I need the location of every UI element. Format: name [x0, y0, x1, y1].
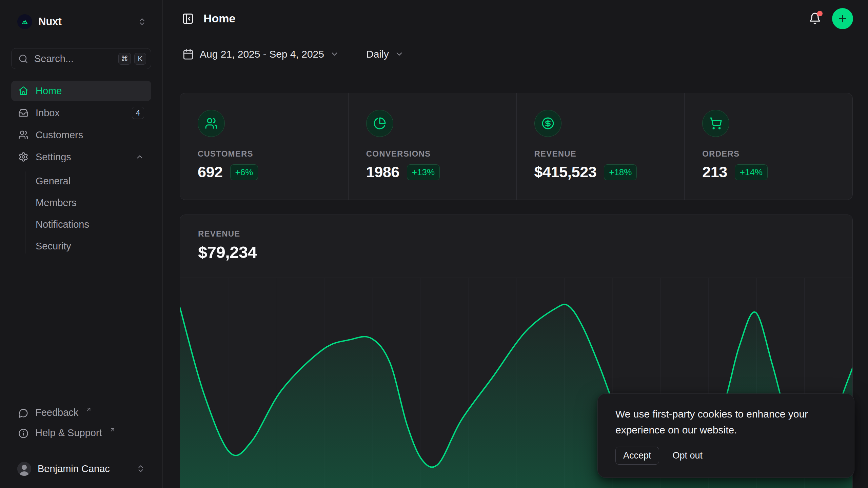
nuxt-logo-icon [17, 14, 32, 29]
arrow-up-right-icon [85, 406, 92, 413]
sidebar-item-label: Feedback [35, 407, 78, 418]
user-avatar [17, 462, 31, 476]
user-name: Benjamin Canac [38, 463, 110, 474]
sidebar-item-home[interactable]: Home [11, 81, 151, 101]
sidebar-nav: Home Inbox 4 Customers Settings [11, 81, 151, 257]
stat-card-customers[interactable]: CUSTOMERS 692 +6% [180, 93, 348, 200]
page-title: Home [203, 12, 235, 25]
chart-header: REVENUE $79,234 [180, 215, 852, 262]
shopping-cart-icon [702, 110, 729, 137]
app-window: Nuxt ⌘ K Home Inbo [0, 0, 868, 488]
info-icon [18, 428, 28, 439]
workspace-switcher[interactable]: Nuxt [11, 13, 151, 30]
kbd-k: K [134, 53, 146, 65]
sidebar-collapse-button[interactable] [180, 11, 196, 27]
sidebar-item-label: Home [36, 85, 62, 97]
stat-value: 692 [198, 163, 223, 181]
sidebar-divider [0, 452, 162, 452]
stat-label: CONVERSIONS [366, 149, 499, 159]
chevrons-up-down-icon [138, 17, 146, 26]
cookie-actions: Accept Opt out [615, 447, 836, 465]
stat-card-revenue[interactable]: REVENUE $415,523 +18% [516, 93, 685, 200]
stat-delta-badge: +13% [407, 164, 440, 180]
sidebar-item-inbox[interactable]: Inbox 4 [11, 103, 151, 123]
period-label: Daily [366, 48, 389, 60]
plus-icon [837, 13, 848, 24]
sidebar-item-label: Inbox [36, 107, 60, 119]
stat-label: REVENUE [534, 149, 667, 159]
stat-card-conversions[interactable]: CONVERSIONS 1986 +13% [348, 93, 516, 200]
stat-label: ORDERS [702, 149, 835, 159]
stat-delta-badge: +18% [604, 164, 637, 180]
arrow-up-right-icon [109, 427, 116, 433]
users-icon [18, 130, 28, 140]
filters-toolbar: Aug 21, 2025 - Sep 4, 2025 Daily [163, 37, 868, 71]
stats-row: CUSTOMERS 692 +6% CONVERSIONS 1986 +13% [180, 93, 853, 200]
settings-subnav: General Members Notifications Security [11, 170, 151, 257]
cookie-banner: We use first-party cookies to enhance yo… [597, 393, 854, 478]
sidebar-subitem-security[interactable]: Security [36, 235, 151, 257]
search-input-wrapper[interactable]: ⌘ K [11, 48, 151, 69]
gear-icon [18, 152, 28, 162]
inbox-count-badge: 4 [132, 107, 144, 119]
stat-value: 213 [702, 163, 727, 181]
chart-label: REVENUE [198, 229, 834, 239]
user-menu[interactable]: Benjamin Canac [11, 458, 151, 480]
stat-delta-badge: +14% [735, 164, 768, 180]
sidebar-item-feedback[interactable]: Feedback [11, 405, 151, 423]
sidebar-spacer [11, 257, 151, 405]
sidebar-subitem-general[interactable]: General [36, 170, 151, 192]
chart-total-value: $79,234 [198, 243, 834, 262]
sidebar-subitem-notifications[interactable]: Notifications [36, 214, 151, 235]
sidebar-item-customers[interactable]: Customers [11, 125, 151, 145]
sidebar: Nuxt ⌘ K Home Inbo [0, 0, 163, 488]
stat-delta-badge: +6% [230, 164, 258, 180]
sidebar-item-label: Help & Support [35, 427, 102, 439]
stat-value: 1986 [366, 163, 399, 181]
top-header: Home [163, 0, 868, 37]
sidebar-footer: Feedback Help & Support [11, 405, 151, 444]
search-input[interactable] [34, 53, 112, 64]
header-actions [807, 8, 853, 29]
chevron-down-icon [330, 49, 339, 59]
brand-name: Nuxt [38, 16, 62, 28]
accept-button[interactable]: Accept [615, 447, 659, 465]
sidebar-item-settings[interactable]: Settings [11, 147, 151, 167]
kbd-meta: ⌘ [118, 53, 131, 65]
chevrons-up-down-icon [136, 464, 145, 473]
date-range-picker[interactable]: Aug 21, 2025 - Sep 4, 2025 [180, 45, 342, 63]
date-range-label: Aug 21, 2025 - Sep 4, 2025 [200, 48, 324, 60]
stat-card-orders[interactable]: ORDERS 213 +14% [684, 93, 852, 200]
opt-out-button[interactable]: Opt out [672, 447, 704, 464]
notifications-button[interactable] [807, 10, 823, 27]
chart-pie-icon [366, 110, 393, 137]
sidebar-item-label: Customers [36, 129, 83, 141]
sidebar-item-help-support[interactable]: Help & Support [11, 425, 151, 444]
users-icon [198, 110, 225, 137]
message-circle-icon [18, 408, 28, 418]
circle-dollar-icon [534, 110, 561, 137]
calendar-icon [182, 48, 194, 60]
stat-value: $415,523 [534, 163, 597, 181]
chevron-down-icon [395, 49, 404, 59]
add-button[interactable] [832, 8, 853, 29]
search-icon [18, 54, 28, 64]
chevron-up-icon [135, 152, 144, 161]
stat-label: CUSTOMERS [198, 149, 331, 159]
sidebar-subitem-members[interactable]: Members [36, 192, 151, 214]
sidebar-item-label: Settings [36, 151, 71, 163]
panel-left-close-icon [182, 13, 194, 25]
cookie-message: We use first-party cookies to enhance yo… [615, 406, 836, 438]
inbox-icon [18, 108, 28, 118]
home-icon [18, 86, 28, 96]
notification-dot [817, 11, 823, 16]
period-select[interactable]: Daily [363, 45, 407, 63]
